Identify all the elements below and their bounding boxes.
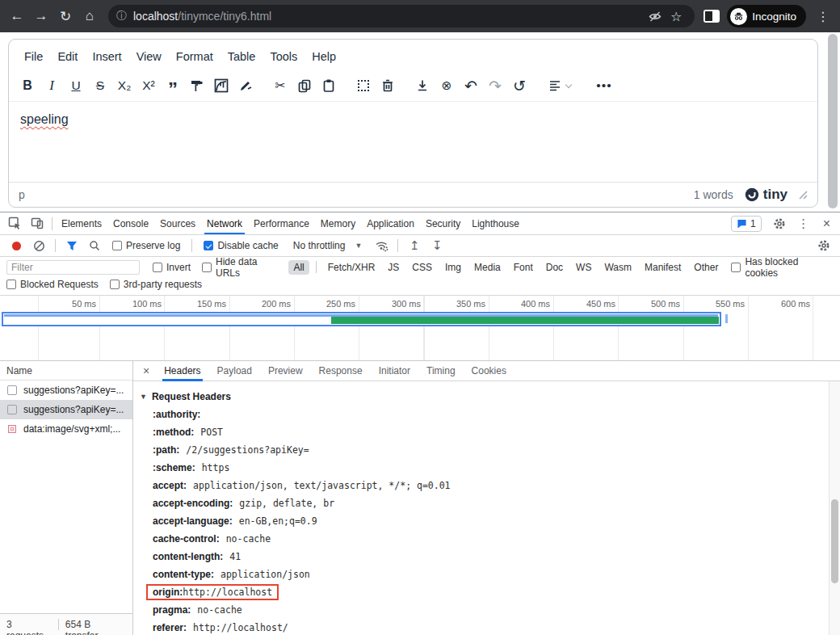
- filter-icon[interactable]: [62, 237, 82, 254]
- search-icon[interactable]: [85, 237, 104, 254]
- home-button[interactable]: ⌂: [78, 4, 102, 28]
- element-path[interactable]: p: [19, 188, 25, 201]
- detail-tab-payload[interactable]: Payload: [209, 361, 260, 381]
- strikethrough-button[interactable]: S: [88, 74, 112, 97]
- site-info-icon[interactable]: ⓘ: [116, 9, 127, 23]
- filter-type-font[interactable]: Font: [509, 260, 538, 275]
- superscript-button[interactable]: X²: [136, 74, 161, 97]
- detail-tab-cookies[interactable]: Cookies: [464, 361, 514, 381]
- filter-type-manifest[interactable]: Manifest: [640, 260, 686, 275]
- tab-application[interactable]: Application: [361, 212, 420, 234]
- detail-tab-response[interactable]: Response: [311, 361, 371, 381]
- tab-console[interactable]: Console: [107, 212, 154, 234]
- filter-type-fetch-xhr[interactable]: Fetch/XHR: [323, 260, 380, 275]
- network-settings-icon[interactable]: [814, 237, 834, 254]
- tab-performance[interactable]: Performance: [248, 212, 315, 234]
- filter-type-media[interactable]: Media: [469, 260, 506, 275]
- detail-tab-timing[interactable]: Timing: [418, 361, 464, 381]
- hide-data-urls-checkbox[interactable]: Hide data URLs: [202, 256, 277, 279]
- restore-draft-icon[interactable]: ↺: [507, 74, 531, 97]
- import-har-icon[interactable]: ↥: [405, 237, 424, 254]
- bold-button[interactable]: B: [15, 74, 40, 97]
- cut-icon[interactable]: ✂: [268, 74, 292, 97]
- export-har-icon[interactable]: ↧: [427, 237, 447, 254]
- underline-button[interactable]: U: [64, 74, 88, 97]
- align-dropdown[interactable]: [542, 74, 578, 97]
- side-panel-icon[interactable]: [701, 6, 722, 27]
- download-icon[interactable]: [410, 74, 435, 97]
- request-row-selected[interactable]: suggestions?apiKey=...: [0, 400, 132, 419]
- tab-memory[interactable]: Memory: [315, 212, 361, 234]
- word-count[interactable]: 1 words: [694, 188, 733, 201]
- throttling-dropdown[interactable]: No throttling▼: [293, 240, 363, 251]
- filter-type-wasm[interactable]: Wasm: [599, 260, 636, 275]
- undo-icon[interactable]: ↶: [459, 74, 483, 97]
- url-text[interactable]: localhost/tinymce/tiny6.html: [133, 10, 645, 23]
- preserve-log-checkbox[interactable]: Preserve log: [112, 240, 180, 251]
- request-row[interactable]: data:image/svg+xml;...: [0, 419, 132, 439]
- menu-format[interactable]: Format: [169, 47, 220, 66]
- network-overview-timeline[interactable]: 50 ms 100 ms 150 ms 200 ms 250 ms 300 ms…: [0, 296, 840, 361]
- menu-table[interactable]: Table: [220, 47, 263, 66]
- cancel-icon[interactable]: ⊗: [435, 74, 459, 97]
- page-scrollbar[interactable]: [828, 34, 838, 208]
- permanent-pen-icon[interactable]: [233, 74, 258, 97]
- copy-icon[interactable]: [292, 74, 317, 97]
- devtools-settings-icon[interactable]: [768, 214, 791, 233]
- tiny-brand[interactable]: tiny: [745, 187, 788, 203]
- filter-type-js[interactable]: JS: [383, 260, 404, 275]
- menu-help[interactable]: Help: [304, 47, 343, 66]
- back-button[interactable]: ←: [5, 4, 29, 28]
- more-button[interactable]: •••: [588, 74, 620, 97]
- device-toolbar-icon[interactable]: [26, 214, 48, 233]
- inspect-element-icon[interactable]: [3, 214, 26, 233]
- detail-tab-initiator[interactable]: Initiator: [371, 361, 418, 381]
- reload-button[interactable]: ↻: [53, 4, 78, 28]
- filter-type-other[interactable]: Other: [689, 260, 723, 275]
- invert-checkbox[interactable]: Invert: [153, 262, 191, 273]
- detail-scrollbar-thumb[interactable]: [831, 499, 838, 583]
- record-button[interactable]: [6, 237, 26, 254]
- paint-roller-icon[interactable]: [185, 74, 209, 97]
- menu-insert[interactable]: Insert: [85, 47, 128, 66]
- subscript-button[interactable]: X₂: [112, 74, 136, 97]
- editor-content[interactable]: speeling: [9, 101, 817, 182]
- request-list-header[interactable]: Name: [0, 361, 132, 381]
- filter-type-css[interactable]: CSS: [407, 260, 437, 275]
- issues-badge[interactable]: 1: [731, 216, 762, 232]
- detail-close-icon[interactable]: ×: [136, 364, 156, 377]
- menu-edit[interactable]: Edit: [50, 47, 85, 66]
- forward-button[interactable]: →: [29, 4, 53, 28]
- has-blocked-cookies-checkbox[interactable]: Has blocked cookies: [731, 256, 825, 279]
- menu-file[interactable]: File: [17, 47, 50, 66]
- detail-scrollbar[interactable]: [829, 381, 840, 635]
- tab-network[interactable]: Network: [201, 212, 248, 234]
- italic-button[interactable]: I: [40, 74, 64, 97]
- request-headers-section[interactable]: ▼ Request Headers: [140, 388, 824, 406]
- eye-off-icon[interactable]: [645, 6, 666, 27]
- address-bar[interactable]: ⓘ localhost/tinymce/tiny6.html ☆: [108, 5, 695, 27]
- blockquote-button[interactable]: ”: [161, 74, 185, 97]
- menu-view[interactable]: View: [129, 47, 169, 66]
- disable-cache-checkbox[interactable]: Disable cache: [204, 240, 278, 251]
- tab-sources[interactable]: Sources: [154, 212, 201, 234]
- page-embed-icon[interactable]: [209, 74, 233, 97]
- detail-tab-preview[interactable]: Preview: [260, 361, 311, 381]
- tab-elements[interactable]: Elements: [56, 212, 107, 234]
- filter-type-img[interactable]: Img: [440, 260, 466, 275]
- filter-type-doc[interactable]: Doc: [541, 260, 568, 275]
- filter-type-ws[interactable]: WS: [571, 260, 596, 275]
- tab-lighthouse[interactable]: Lighthouse: [466, 212, 525, 234]
- filter-input[interactable]: [6, 260, 140, 275]
- third-party-requests-checkbox[interactable]: 3rd-party requests: [110, 279, 202, 290]
- blocked-requests-checkbox[interactable]: Blocked Requests: [6, 279, 99, 290]
- resize-handle-icon[interactable]: [799, 191, 808, 200]
- request-row[interactable]: suggestions?apiKey=...: [0, 381, 132, 400]
- trash-icon[interactable]: [376, 74, 400, 97]
- devtools-close-icon[interactable]: ×: [817, 217, 837, 231]
- detail-tab-headers[interactable]: Headers: [156, 361, 208, 381]
- bookmark-star-icon[interactable]: ☆: [666, 6, 687, 27]
- clear-icon[interactable]: [29, 237, 48, 254]
- paste-icon[interactable]: [317, 74, 341, 97]
- misspelled-word[interactable]: speeling: [20, 112, 69, 126]
